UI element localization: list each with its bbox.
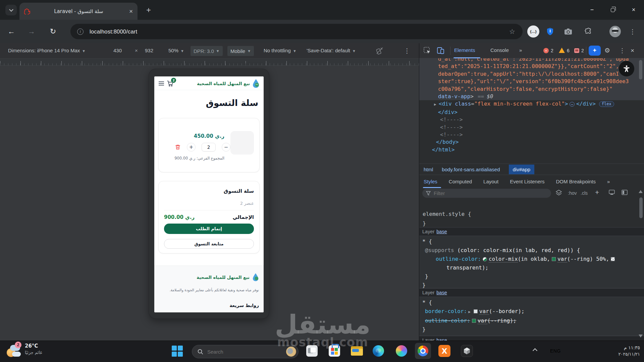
quantity-decrease-button[interactable]: − bbox=[222, 143, 230, 152]
app-icon-xampp[interactable]: X bbox=[437, 344, 452, 358]
expand-arrow-icon[interactable]: ▶ bbox=[434, 101, 439, 108]
color-swatch-ring[interactable] bbox=[472, 319, 476, 323]
app-icon-edge[interactable] bbox=[371, 344, 386, 358]
scrollbar-up-arrow[interactable] bbox=[639, 190, 643, 193]
trash-icon[interactable] bbox=[175, 144, 181, 150]
inspect-element-icon[interactable] bbox=[423, 47, 431, 56]
tab-layout[interactable]: Layout bbox=[483, 179, 498, 184]
taskbar-search[interactable] bbox=[192, 345, 299, 358]
app-icon-copilot[interactable] bbox=[394, 344, 409, 358]
url-text[interactable]: localhost:8000/cart bbox=[90, 28, 137, 35]
device-type-dropdown[interactable]: Dimensions: iPhone 14 Pro Max▼ bbox=[8, 48, 86, 53]
app-icon-photos[interactable] bbox=[305, 344, 319, 358]
warning-badge-icon[interactable] bbox=[559, 48, 565, 53]
layer-base-link[interactable]: base bbox=[436, 290, 447, 295]
more-pane-tabs-chevron[interactable]: » bbox=[607, 179, 610, 184]
color-swatch-border[interactable] bbox=[474, 309, 478, 313]
quantity-increase-button[interactable]: + bbox=[187, 143, 196, 152]
tab-console[interactable]: Console bbox=[490, 47, 509, 53]
search-input[interactable] bbox=[207, 349, 264, 355]
extension-devtools-icon[interactable]: {…} bbox=[527, 25, 539, 38]
app-icon-cube[interactable] bbox=[460, 344, 474, 358]
accessibility-floating-button[interactable] bbox=[619, 61, 635, 77]
taskbar-clock[interactable]: ١١:٣٥ م ٢٠٢٥/١١/٢١ bbox=[602, 345, 640, 357]
css-rule-universal-supports[interactable]: * {<style> @supports (color: color-mix(i… bbox=[419, 236, 644, 288]
window-restore-button[interactable] bbox=[602, 0, 623, 20]
reload-button[interactable]: ↻ bbox=[46, 20, 60, 43]
layer-base-link[interactable]: base bbox=[436, 338, 447, 341]
toggle-hover-state-button[interactable]: :hov bbox=[568, 190, 577, 196]
browser-tab[interactable]: Laravel - سلة التسوق × bbox=[19, 3, 138, 20]
extensions-puzzle-icon[interactable] bbox=[582, 25, 594, 38]
tray-show-hidden-icons-chevron[interactable] bbox=[533, 348, 537, 353]
checkout-button[interactable]: إتمام الطلب bbox=[164, 224, 254, 234]
layers-icon[interactable] bbox=[555, 190, 562, 197]
devtools-settings-gear-icon[interactable]: ⚙ bbox=[604, 47, 610, 54]
weather-widget[interactable]: 2 26°C غائم جزئيًا bbox=[6, 343, 42, 358]
tab-computed[interactable]: Computed bbox=[449, 179, 472, 184]
back-button[interactable]: ← bbox=[4, 20, 19, 43]
selected-element-block[interactable]: d_at":null,"created_at":"2025-11-11T20:2… bbox=[419, 58, 644, 100]
zoom-dropdown[interactable]: 50%▼ bbox=[168, 48, 184, 53]
bookmark-star-icon[interactable]: ☆ bbox=[509, 27, 515, 36]
tab-search-button[interactable] bbox=[5, 5, 17, 15]
start-button[interactable] bbox=[172, 346, 183, 357]
hamburger-menu-icon[interactable] bbox=[159, 81, 164, 85]
rendering-emulation-icon[interactable] bbox=[609, 190, 615, 196]
device-toolbar-kebab-icon[interactable]: ⋮ bbox=[404, 47, 410, 55]
new-style-rule-button[interactable]: + bbox=[595, 188, 599, 196]
throttling-dropdown[interactable]: No throttling▼ bbox=[264, 48, 297, 53]
window-close-button[interactable]: × bbox=[623, 0, 644, 20]
ai-assistance-button[interactable] bbox=[589, 46, 601, 56]
more-tabs-chevron[interactable]: » bbox=[519, 47, 522, 53]
color-swatch-ring[interactable] bbox=[552, 257, 556, 261]
device-mode-dropdown[interactable]: Mobile▼ bbox=[227, 46, 254, 56]
save-data-dropdown[interactable]: 'Save-Data': default▼ bbox=[307, 48, 356, 53]
device-toolbar-toggle-icon[interactable] bbox=[437, 47, 445, 56]
forward-button[interactable]: → bbox=[24, 20, 39, 43]
color-swatch-mixed[interactable] bbox=[483, 257, 487, 261]
devtools-menu-kebab-icon[interactable]: ⋮ bbox=[619, 47, 625, 54]
color-swatch-transparent[interactable] bbox=[611, 257, 615, 261]
continue-shopping-button[interactable]: متابعة التسوق bbox=[164, 239, 254, 249]
device-height-field[interactable]: 932 bbox=[145, 48, 153, 53]
profile-avatar[interactable] bbox=[609, 26, 621, 37]
elements-scrollbar-thumb[interactable] bbox=[639, 60, 642, 79]
brand-logo-row[interactable]: نبع المنهل للمياه الصحية bbox=[197, 79, 260, 88]
css-rule-universal-borders[interactable]: * {<style> border-color:▶var(--border); … bbox=[419, 297, 644, 336]
new-tab-button[interactable]: + bbox=[146, 5, 151, 15]
breadcrumb-html[interactable]: html bbox=[424, 167, 433, 172]
breadcrumb-body[interactable]: body.font-sans.antialiased bbox=[442, 167, 500, 172]
tab-styles[interactable]: Styles bbox=[424, 179, 437, 184]
rotate-device-icon[interactable] bbox=[376, 47, 384, 56]
styles-filter-pill[interactable] bbox=[422, 189, 551, 198]
browser-menu-kebab-icon[interactable]: ⋮ bbox=[627, 25, 639, 38]
language-indicator[interactable]: ENG bbox=[550, 348, 561, 354]
layer-base-link[interactable]: base bbox=[436, 229, 447, 234]
dpr-dropdown[interactable]: DPR: 3.0▼ bbox=[191, 46, 223, 56]
issues-badge-icon[interactable] bbox=[574, 48, 579, 53]
window-minimize-button[interactable]: − bbox=[582, 0, 602, 20]
tab-event-listeners[interactable]: Event Listeners bbox=[510, 179, 544, 184]
breadcrumb-div-app[interactable]: div#app bbox=[509, 165, 535, 174]
flex-badge[interactable]: flex bbox=[599, 101, 614, 107]
sidebar-dock-icon[interactable] bbox=[622, 190, 628, 196]
expand-arrow-icon[interactable]: ▶ bbox=[468, 310, 471, 314]
tree-node-div-flex[interactable]: ▶<div class="flex min-h-screen flex-col"… bbox=[419, 100, 644, 108]
shield-extension-icon[interactable] bbox=[544, 25, 556, 38]
tab-close-icon[interactable]: × bbox=[129, 8, 133, 15]
device-width-field[interactable]: 430 bbox=[113, 48, 122, 53]
toggle-classes-button[interactable]: .cls bbox=[581, 190, 588, 196]
element-style-rule[interactable]: element.style { bbox=[423, 211, 471, 217]
camera-extension-icon[interactable] bbox=[562, 25, 574, 38]
elements-tree[interactable]: d_at":null,"created_at":"2025-11-11T20:2… bbox=[419, 58, 644, 164]
expand-inline-ellipsis-button[interactable]: … bbox=[570, 102, 575, 107]
scrollbar-down-arrow[interactable] bbox=[639, 335, 643, 338]
app-icon-chrome[interactable] bbox=[416, 344, 430, 358]
site-info-icon[interactable]: i bbox=[77, 28, 84, 35]
tab-dom-breakpoints[interactable]: DOM Breakpoints bbox=[556, 179, 596, 184]
styles-scrollbar-thumb[interactable] bbox=[639, 197, 643, 218]
address-bar[interactable]: i localhost:8000/cart ☆ bbox=[70, 24, 523, 39]
error-badge-icon[interactable]: × bbox=[543, 48, 549, 53]
app-icon-file-explorer[interactable] bbox=[350, 344, 364, 358]
